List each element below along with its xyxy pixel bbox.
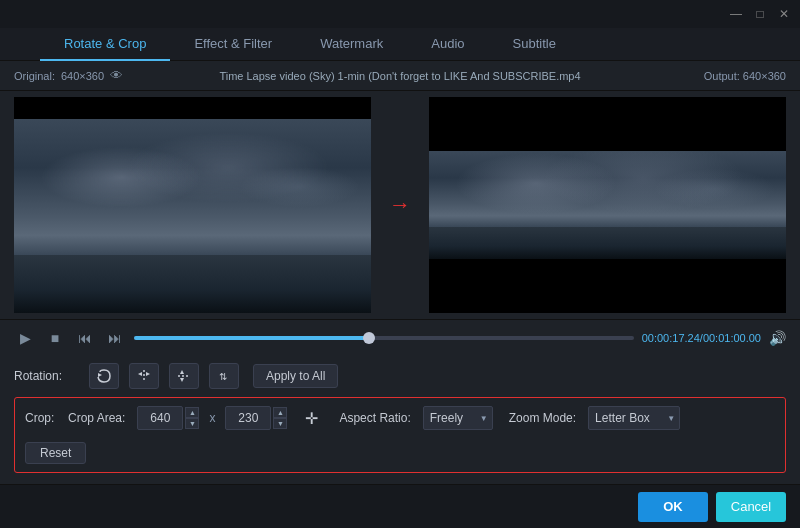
stop-button[interactable]: ■ xyxy=(44,327,66,349)
progress-bar[interactable] xyxy=(134,336,634,340)
left-preview-panel xyxy=(14,97,371,313)
time-display: 00:00:17.24/00:01:00.00 xyxy=(642,332,761,344)
progress-knob[interactable] xyxy=(363,332,375,344)
x-separator: x xyxy=(209,411,215,425)
crop-height-group: ▲ ▼ xyxy=(225,406,287,430)
crop-height-down[interactable]: ▼ xyxy=(273,418,287,429)
tab-effect-filter[interactable]: Effect & Filter xyxy=(170,28,296,61)
svg-marker-0 xyxy=(98,373,102,377)
zoom-mode-select-wrapper: Letter Box Pan & Scan Full xyxy=(588,406,680,430)
crop-area-label: Crop Area: xyxy=(68,411,125,425)
aspect-ratio-label: Aspect Ratio: xyxy=(339,411,410,425)
playback-controls: ▶ ■ ⏮ ⏭ 00:00:17.24/00:01:00.00 🔊 xyxy=(0,319,800,355)
progress-fill xyxy=(134,336,369,340)
left-preview-video xyxy=(14,97,371,313)
crop-width-group: ▲ ▼ xyxy=(137,406,199,430)
close-button[interactable]: ✕ xyxy=(776,6,792,22)
rotate-ccw-button[interactable] xyxy=(89,363,119,389)
apply-all-button[interactable]: Apply to All xyxy=(253,364,338,388)
aspect-ratio-select-wrapper: Freely 16:9 4:3 1:1 9:16 xyxy=(423,406,493,430)
filename-display: Time Lapse video (Sky) 1-min (Don't forg… xyxy=(134,70,666,82)
file-info-bar: Original: 640×360 👁 Time Lapse video (Sk… xyxy=(0,61,800,91)
tab-bar: Rotate & Crop Effect & Filter Watermark … xyxy=(0,28,800,61)
crop-section: Crop: Crop Area: ▲ ▼ x ▲ ▼ ✛ Aspect Rati… xyxy=(14,397,786,473)
crop-width-up[interactable]: ▲ xyxy=(185,407,199,418)
svg-marker-5 xyxy=(180,370,184,374)
eye-icon[interactable]: 👁 xyxy=(110,68,123,83)
tab-rotate-crop[interactable]: Rotate & Crop xyxy=(40,28,170,61)
tab-audio[interactable]: Audio xyxy=(407,28,488,61)
current-time: 00:00:17.24 xyxy=(642,332,700,344)
svg-marker-3 xyxy=(146,372,150,376)
bottom-action-bar: OK Cancel xyxy=(0,484,800,528)
rotate-180-button[interactable]: ⇅ xyxy=(209,363,239,389)
flip-vertical-button[interactable] xyxy=(169,363,199,389)
crop-height-up[interactable]: ▲ xyxy=(273,407,287,418)
maximize-button[interactable]: □ xyxy=(752,6,768,22)
rotate-ccw-icon xyxy=(96,368,112,384)
reset-button[interactable]: Reset xyxy=(25,442,86,464)
right-preview-video xyxy=(429,151,786,259)
svg-marker-6 xyxy=(180,378,184,382)
cancel-button[interactable]: Cancel xyxy=(716,492,786,522)
svg-marker-2 xyxy=(138,372,142,376)
crop-width-down[interactable]: ▼ xyxy=(185,418,199,429)
right-preview-panel xyxy=(429,97,786,313)
original-size: 640×360 xyxy=(61,70,104,82)
prev-frame-button[interactable]: ⏮ xyxy=(74,327,96,349)
output-info: Output: 640×360 xyxy=(666,70,786,82)
preview-area: → xyxy=(0,91,800,319)
rotation-section: Rotation: ⇅ Apply to All xyxy=(0,355,800,393)
rotation-label: Rotation: xyxy=(14,369,79,383)
title-bar: — □ ✕ xyxy=(0,0,800,28)
crop-height-input[interactable] xyxy=(225,406,271,430)
ok-button[interactable]: OK xyxy=(638,492,708,522)
rotate-180-icon: ⇅ xyxy=(216,368,232,384)
tab-watermark[interactable]: Watermark xyxy=(296,28,407,61)
crop-label: Crop: xyxy=(25,411,60,425)
right-arrow-icon: → xyxy=(389,192,411,218)
minimize-button[interactable]: — xyxy=(728,6,744,22)
output-size: 640×360 xyxy=(743,70,786,82)
play-button[interactable]: ▶ xyxy=(14,327,36,349)
flip-horizontal-button[interactable] xyxy=(129,363,159,389)
zoom-mode-select[interactable]: Letter Box Pan & Scan Full xyxy=(588,406,680,430)
original-label: Original: xyxy=(14,70,55,82)
svg-text:⇅: ⇅ xyxy=(219,371,227,382)
crop-height-spinners: ▲ ▼ xyxy=(273,407,287,429)
crop-move-icon[interactable]: ✛ xyxy=(299,406,323,430)
zoom-mode-label: Zoom Mode: xyxy=(509,411,576,425)
output-label: Output: xyxy=(704,70,740,82)
original-info: Original: 640×360 👁 xyxy=(14,68,134,83)
tab-subtitle[interactable]: Subtitle xyxy=(489,28,580,61)
flip-h-icon xyxy=(136,368,152,384)
flip-v-icon xyxy=(176,368,192,384)
crop-width-spinners: ▲ ▼ xyxy=(185,407,199,429)
reset-row: Reset xyxy=(25,442,775,464)
crop-width-input[interactable] xyxy=(137,406,183,430)
next-frame-button[interactable]: ⏭ xyxy=(104,327,126,349)
volume-icon[interactable]: 🔊 xyxy=(769,330,786,346)
total-time: 00:01:00.00 xyxy=(703,332,761,344)
arrow-separator: → xyxy=(385,97,415,313)
aspect-ratio-select[interactable]: Freely 16:9 4:3 1:1 9:16 xyxy=(423,406,493,430)
